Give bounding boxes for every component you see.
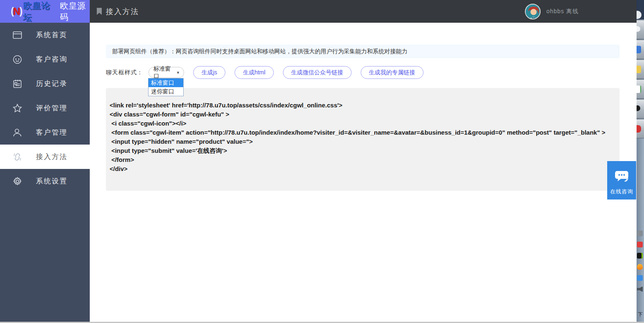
- code-line: <input type="submit" value='在线咨询'>: [110, 146, 614, 155]
- code-line: </form>: [110, 155, 614, 164]
- page-head: 接入方法: [96, 7, 139, 17]
- code-line: <link rel='stylesheet' href='http://78.u…: [110, 101, 614, 110]
- user-icon: [12, 128, 22, 138]
- sidebar-item-label: 系统首页: [36, 30, 67, 40]
- taskbar-app-button[interactable]: [637, 79, 644, 99]
- sidebar: 系统首页 客户咨询 历史记录 评价管理 客户管理: [0, 23, 90, 323]
- brand-logo-icon: (N): [11, 6, 22, 17]
- sidebar-item-label: 客户咨询: [36, 55, 67, 64]
- site-name: 欧皇源码: [60, 0, 90, 23]
- sidebar-item-history[interactable]: 历史记录: [0, 71, 90, 96]
- online-consult-label: 在线咨询: [610, 188, 633, 195]
- brand-logo-text: 欧皇论坛: [23, 0, 54, 23]
- chat-style-dropdown: 标准窗口 迷你窗口: [148, 78, 184, 96]
- generate-html-button[interactable]: 生成html: [235, 66, 273, 79]
- sidebar-item-customers[interactable]: 客户管理: [0, 120, 90, 145]
- dropdown-option-mini[interactable]: 迷你窗口: [148, 87, 183, 96]
- code-line: <input type="hidden" name="product" valu…: [110, 137, 614, 146]
- avatar[interactable]: [525, 4, 541, 19]
- topbar: 接入方法 ohbbs 离线: [90, 0, 637, 23]
- user-status[interactable]: ohbbs 离线: [546, 8, 579, 15]
- windows-taskbar-strip[interactable]: 下: [637, 0, 644, 323]
- notice-banner: 部署网页组件（推荐）：网页咨询组件同时支持桌面网站和移动网站，提供强大的用户行为…: [106, 45, 620, 58]
- sidebar-item-consult[interactable]: 客户咨询: [0, 47, 90, 71]
- sidebar-item-label: 接入方法: [36, 152, 67, 162]
- sidebar-item-settings[interactable]: 系统设置: [0, 169, 90, 193]
- unlink-icon: [12, 152, 22, 162]
- sidebar-item-label: 评价管理: [36, 103, 67, 113]
- user-area[interactable]: ohbbs 离线: [525, 0, 579, 23]
- controls-row: 聊天框样式： 标准窗口 ▼ 生成js 生成html 生成微信公众号链接 生成我的…: [106, 66, 424, 79]
- taskbar-app-button[interactable]: [637, 59, 644, 79]
- code-line: <div class="cgwl-form" id="cgwl-kefu" >: [110, 110, 614, 119]
- taskbar-top-window: [637, 0, 644, 19]
- nvidia-icon[interactable]: [637, 253, 643, 259]
- chevron-down-icon: ▼: [176, 71, 180, 75]
- app-window: (N) 欧皇论坛 欧皇源码 接入方法 ohbbs 离线: [0, 0, 644, 323]
- generate-exclusive-link-button[interactable]: 生成我的专属链接: [361, 66, 424, 79]
- sidebar-item-integration[interactable]: 接入方法: [0, 145, 90, 169]
- gear-icon: [12, 176, 22, 186]
- speaker-icon[interactable]: [637, 286, 643, 292]
- sidebar-item-label: 客户管理: [36, 128, 67, 137]
- dashboard-icon: [12, 30, 22, 40]
- sidebar-item-label: 历史记录: [36, 79, 67, 88]
- taskbar-app-button[interactable]: [637, 99, 644, 119]
- history-icon: [12, 79, 22, 89]
- dropdown-option-standard[interactable]: 标准窗口: [148, 78, 183, 87]
- sidebar-item-home[interactable]: 系统首页: [0, 23, 90, 47]
- usb-icon[interactable]: [637, 230, 643, 236]
- star-icon: [12, 103, 22, 113]
- taskbar-app-button[interactable]: [637, 20, 644, 39]
- tray-clock-text[interactable]: 下: [638, 311, 643, 318]
- sidebar-item-label: 系统设置: [36, 176, 67, 186]
- code-line: </div>: [110, 164, 614, 173]
- music-app-icon[interactable]: [637, 242, 643, 247]
- embed-code-block: <link rel='stylesheet' href='http://78.u…: [106, 88, 620, 191]
- logo-area[interactable]: (N) 欧皇论坛 欧皇源码: [0, 0, 90, 23]
- page-title: 接入方法: [106, 7, 139, 17]
- main-content: 部署网页组件（推荐）：网页咨询组件同时支持桌面网站和移动网站，提供强大的用户行为…: [90, 23, 637, 323]
- taskbar-app-button[interactable]: [637, 40, 644, 59]
- smiley-icon: [12, 55, 22, 64]
- code-line: <i class="cgwl-icon"></i>: [110, 119, 614, 128]
- generate-js-button[interactable]: 生成js: [193, 66, 225, 79]
- flame-icon[interactable]: [637, 264, 643, 270]
- chat-style-select[interactable]: 标准窗口 ▼: [148, 67, 184, 78]
- generate-wechat-link-button[interactable]: 生成微信公众号链接: [283, 66, 352, 79]
- qq-icon[interactable]: [637, 275, 643, 281]
- chat-bubble-icon: [614, 169, 630, 184]
- taskbar-app-button[interactable]: [637, 119, 644, 138]
- sidebar-item-ratings[interactable]: 评价管理: [0, 96, 90, 120]
- bookmark-icon: [96, 8, 102, 15]
- online-consult-float-button[interactable]: 在线咨询: [607, 161, 636, 200]
- code-line: <form class="cgwl-item" action="http://7…: [110, 128, 614, 137]
- chat-style-label: 聊天框样式：: [106, 69, 143, 76]
